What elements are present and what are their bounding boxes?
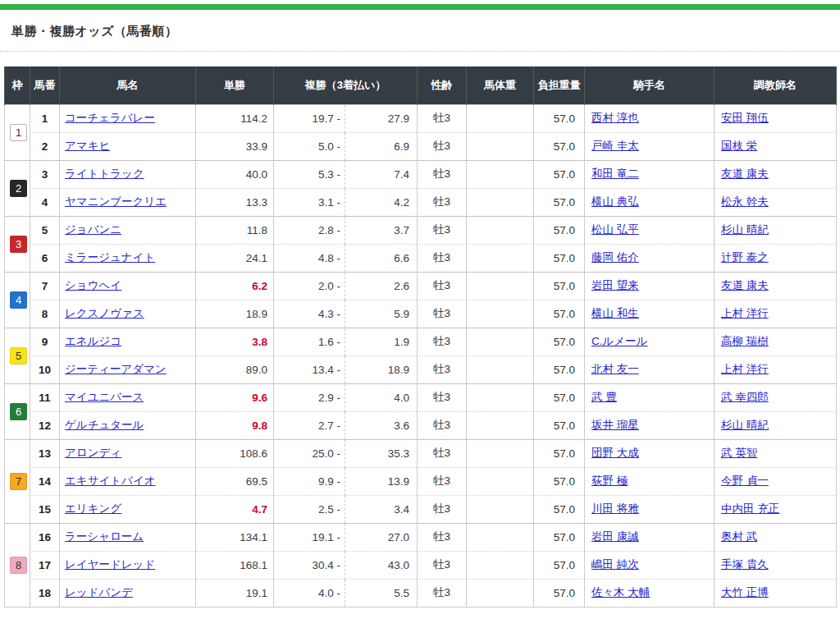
win-odds-cell: 114.2	[196, 104, 274, 132]
load-weight-cell: 57.0	[534, 383, 585, 411]
jockey-cell: C.ルメール	[585, 328, 714, 355]
horse-name-link[interactable]: アロンディ	[65, 447, 121, 459]
place-odds-high-cell: 27.0	[345, 523, 418, 551]
sex-age-cell: 牡3	[418, 495, 467, 523]
jockey-link[interactable]: C.ルメール	[591, 335, 647, 347]
table-row: 14エキサイトバイオ69.59.9 -13.9牡357.0荻野 極今野 貞一	[5, 467, 837, 495]
sex-age-cell: 牡3	[418, 216, 467, 244]
trainer-link[interactable]: 上村 洋行	[721, 363, 769, 375]
horse-weight-cell	[467, 579, 534, 607]
jockey-cell: 岩田 望来	[585, 272, 714, 300]
horse-name-link[interactable]: レクスノヴァス	[65, 307, 144, 319]
horse-name-cell: ヤマニンブークリエ	[60, 188, 196, 216]
jockey-link[interactable]: 武 豊	[591, 391, 617, 403]
jockey-link[interactable]: 西村 淳也	[591, 112, 639, 124]
horse-name-link[interactable]: アマキヒ	[65, 140, 110, 152]
table-row: 23ライトトラック40.05.3 -7.4牡357.0和田 竜二友道 康夫	[5, 160, 837, 188]
jockey-cell: 荻野 極	[585, 467, 714, 495]
horse-name-link[interactable]: ミラージュナイト	[65, 251, 155, 264]
trainer-link[interactable]: 高柳 瑞樹	[721, 335, 769, 347]
trainer-link[interactable]: 武 英智	[721, 447, 757, 459]
horse-name-link[interactable]: エキサイトバイオ	[65, 475, 156, 487]
trainer-link[interactable]: 奥村 武	[721, 530, 757, 543]
trainer-link[interactable]: 上村 洋行	[721, 307, 769, 319]
header-trainer: 調教師名	[714, 66, 837, 104]
header-row: 枠 馬番 馬名 単勝 複勝（3着払い） 性齢 馬体重 負担重量 騎手名 調教師名	[5, 66, 837, 104]
horse-number-cell: 6	[30, 244, 60, 272]
frame-number-badge: 3	[10, 236, 27, 253]
jockey-link[interactable]: 北村 友一	[591, 363, 639, 375]
jockey-link[interactable]: 佐々木 大輔	[591, 586, 650, 598]
sex-age-cell: 牡3	[418, 104, 467, 132]
horse-number-cell: 9	[30, 328, 60, 355]
jockey-link[interactable]: 荻野 極	[591, 475, 628, 487]
trainer-link[interactable]: 中内田 充正	[721, 502, 779, 515]
jockey-link[interactable]: 坂井 瑠星	[591, 419, 639, 431]
win-odds-cell: 108.6	[196, 439, 274, 467]
horse-number-cell: 8	[30, 300, 60, 328]
horse-name-link[interactable]: ゲルチュタール	[65, 419, 144, 431]
horse-name-link[interactable]: レッドバンデ	[65, 586, 133, 598]
trainer-link[interactable]: 松永 幹夫	[721, 195, 769, 208]
horse-weight-cell	[467, 300, 534, 328]
horse-name-link[interactable]: ライトトラック	[65, 167, 144, 180]
trainer-link[interactable]: 杉山 晴紀	[721, 223, 769, 236]
table-row: 59エネルジコ3.81.6 -1.9牡357.0C.ルメール高柳 瑞樹	[5, 328, 837, 355]
table-row: 4ヤマニンブークリエ13.33.1 -4.2牡357.0横山 典弘松永 幹夫	[5, 188, 837, 216]
trainer-link[interactable]: 辻野 泰之	[721, 251, 769, 264]
horse-name-link[interactable]: ラーシャローム	[65, 530, 144, 543]
header-jockey: 騎手名	[585, 66, 714, 104]
horse-name-link[interactable]: ヤマニンブークリエ	[65, 195, 167, 208]
trainer-cell: 武 幸四郎	[714, 383, 837, 411]
horse-weight-cell	[467, 160, 534, 188]
trainer-cell: 武 英智	[714, 439, 837, 467]
jockey-link[interactable]: 横山 和生	[591, 307, 639, 319]
jockey-cell: 横山 典弘	[585, 188, 714, 216]
horse-name-link[interactable]: コーチェラバレー	[65, 112, 155, 124]
horse-name-link[interactable]: エリキング	[65, 502, 121, 515]
jockey-link[interactable]: 横山 典弘	[591, 195, 639, 208]
horse-number-cell: 10	[30, 355, 60, 383]
place-odds-high-cell: 13.9	[345, 467, 418, 495]
horse-name-link[interactable]: ジーティーアダマン	[65, 363, 167, 375]
win-odds-cell: 89.0	[196, 355, 274, 383]
place-odds-low-cell: 1.6 -	[274, 328, 345, 355]
horse-name-cell: アロンディ	[60, 439, 196, 467]
horse-name-link[interactable]: マイユニバース	[65, 391, 144, 403]
horse-weight-cell	[467, 495, 534, 523]
jockey-link[interactable]: 嶋田 純次	[591, 558, 639, 571]
trainer-link[interactable]: 今野 貞一	[721, 475, 769, 487]
trainer-link[interactable]: 国枝 栄	[721, 140, 757, 152]
trainer-link[interactable]: 安田 翔伍	[721, 112, 769, 124]
trainer-link[interactable]: 手塚 貴久	[721, 558, 769, 571]
frame-number-badge: 2	[10, 180, 27, 197]
horse-name-cell: レイヤードレッド	[60, 551, 196, 579]
trainer-link[interactable]: 友道 康夫	[721, 167, 769, 180]
jockey-link[interactable]: 和田 竜二	[591, 167, 639, 180]
trainer-link[interactable]: 大竹 正博	[721, 586, 769, 598]
frame-cell: 8	[5, 523, 30, 607]
win-odds-cell: 6.2	[196, 272, 274, 300]
jockey-link[interactable]: 岩田 望来	[591, 279, 639, 291]
place-odds-low-cell: 25.0 -	[274, 439, 345, 467]
jockey-link[interactable]: 松山 弘平	[591, 223, 639, 236]
trainer-link[interactable]: 杉山 晴紀	[721, 419, 769, 431]
horse-name-link[interactable]: レイヤードレッド	[65, 558, 155, 571]
win-odds-cell: 19.1	[196, 579, 274, 607]
horse-name-link[interactable]: ジョバンニ	[65, 223, 121, 236]
jockey-link[interactable]: 川田 将雅	[591, 502, 639, 515]
horse-number-cell: 13	[30, 439, 60, 467]
horse-name-link[interactable]: エネルジコ	[65, 335, 121, 347]
jockey-cell: 団野 大成	[585, 439, 714, 467]
table-row: 2アマキヒ33.95.0 -6.9牡357.0戸崎 圭太国枝 栄	[5, 132, 837, 160]
trainer-link[interactable]: 武 幸四郎	[721, 391, 769, 403]
jockey-link[interactable]: 岩田 康誠	[591, 530, 639, 543]
jockey-cell: 戸崎 圭太	[585, 132, 714, 160]
horse-name-link[interactable]: ショウヘイ	[65, 279, 121, 291]
trainer-cell: 上村 洋行	[714, 355, 837, 383]
jockey-link[interactable]: 団野 大成	[591, 447, 639, 459]
horse-weight-cell	[467, 188, 534, 216]
jockey-link[interactable]: 戸崎 圭太	[591, 140, 639, 152]
jockey-link[interactable]: 藤岡 佑介	[591, 251, 639, 264]
trainer-link[interactable]: 友道 康夫	[721, 279, 769, 291]
